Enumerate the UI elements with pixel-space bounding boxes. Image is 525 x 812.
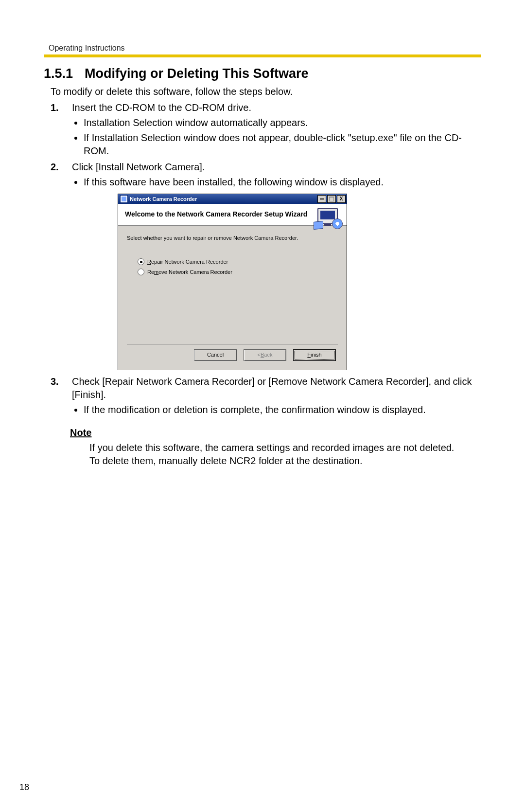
radio-repair-label: Repair Network Camera Recorder: [147, 258, 228, 266]
maximize-button[interactable]: [327, 195, 336, 203]
note-body: If you delete this software, the camera …: [89, 441, 467, 468]
finish-button[interactable]: Finish: [293, 349, 336, 361]
step-2: 2. Click [Install Network Camera]. If th…: [51, 161, 481, 370]
back-button[interactable]: < Back: [244, 349, 286, 361]
header-rule: [44, 54, 481, 57]
step-1-bullet-2: If Installation Selection window does no…: [84, 131, 481, 158]
section-number: 1.5.1: [44, 66, 73, 81]
step-3-text: Check [Repair Network Camera Recorder] o…: [72, 376, 472, 400]
step-1-text: Insert the CD-ROM to the CD-ROM drive.: [72, 102, 251, 113]
radio-remove[interactable]: Remove Network Camera Recorder: [138, 269, 338, 276]
step-2-number: 2.: [51, 161, 59, 174]
wizard-instruction: Select whether you want to repair or rem…: [127, 235, 338, 242]
step-3: 3. Check [Repair Network Camera Recorder…: [51, 375, 481, 416]
installer-window: Network Camera Recorder X Welcome to the…: [118, 194, 347, 370]
step-3-number: 3.: [51, 375, 59, 388]
close-button[interactable]: X: [337, 195, 346, 203]
radio-repair[interactable]: Repair Network Camera Recorder: [138, 258, 338, 266]
section-title-text: Modifying or Deleting This Software: [85, 66, 309, 81]
step-2-text: Click [Install Network Camera].: [72, 162, 205, 172]
section-heading: 1.5.1Modifying or Deleting This Software: [44, 66, 481, 81]
page-number: 18: [19, 782, 29, 793]
button-divider: [127, 344, 338, 344]
radio-remove-label: Remove Network Camera Recorder: [147, 269, 232, 276]
running-header: Operating Instructions: [49, 44, 481, 53]
window-title: Network Camera Recorder: [130, 196, 316, 203]
step-2-bullet-1: If this software have been installed, th…: [84, 176, 481, 189]
minimize-button[interactable]: [317, 195, 326, 203]
step-3-bullet-1: If the modification or deletion is compl…: [84, 403, 481, 416]
step-1-bullet-1: Installation Selection window automatica…: [84, 116, 481, 129]
titlebar: Network Camera Recorder X: [118, 194, 347, 204]
radio-repair-indicator: [138, 258, 144, 265]
intro-text: To modify or delete this software, follo…: [51, 86, 481, 97]
cancel-button[interactable]: Cancel: [194, 349, 237, 361]
wizard-banner-title: Welcome to the Network Camera Recorder S…: [125, 210, 308, 218]
step-1-number: 1.: [51, 101, 59, 114]
wizard-banner: Welcome to the Network Camera Recorder S…: [118, 204, 347, 226]
app-icon: [120, 195, 128, 203]
note-heading: Note: [70, 427, 481, 438]
computer-disc-icon: [314, 207, 343, 229]
radio-remove-indicator: [138, 269, 144, 275]
step-1: 1. Insert the CD-ROM to the CD-ROM drive…: [51, 101, 481, 158]
wizard-panel: Select whether you want to repair or rem…: [118, 226, 347, 370]
